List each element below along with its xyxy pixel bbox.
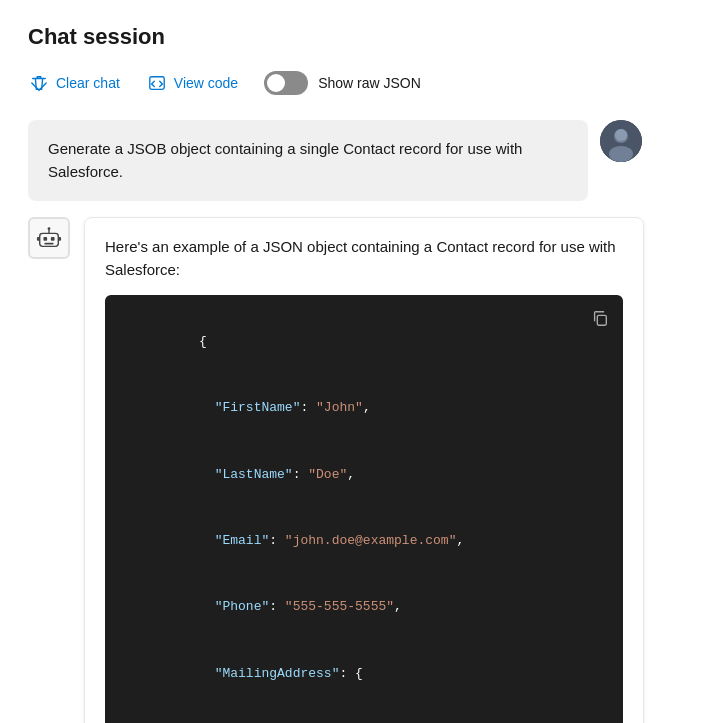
bot-intro-text: Here's an example of a JSON object conta… [105, 236, 623, 281]
svg-rect-7 [51, 237, 55, 241]
show-raw-json-toggle[interactable] [264, 71, 308, 95]
svg-point-3 [609, 146, 633, 162]
code-block: { "FirstName": "John", "LastName": "Doe"… [105, 295, 623, 723]
clear-chat-label: Clear chat [56, 75, 120, 91]
svg-rect-13 [597, 315, 606, 325]
user-avatar [600, 120, 642, 162]
show-raw-json-toggle-group: Show raw JSON [264, 71, 421, 95]
copy-icon [591, 309, 609, 327]
toggle-thumb [267, 74, 285, 92]
user-message: Generate a JSOB object containing a sing… [28, 120, 687, 201]
view-code-button[interactable]: View code [146, 70, 240, 96]
svg-rect-6 [43, 237, 47, 241]
code-line-1: { [121, 309, 607, 375]
svg-rect-12 [58, 237, 61, 241]
svg-point-4 [615, 129, 627, 141]
bot-message: Here's an example of a JSON object conta… [28, 217, 687, 723]
code-line-5: "Phone": "555-555-5555", [121, 574, 607, 640]
svg-rect-11 [37, 237, 40, 241]
code-line-3: "LastName": "Doe", [121, 442, 607, 508]
bot-bubble: Here's an example of a JSON object conta… [84, 217, 644, 723]
toolbar: Clear chat View code Show raw JSON [28, 70, 687, 96]
clear-chat-button[interactable]: Clear chat [28, 70, 122, 96]
code-line-7: "street": "123 Main St", [121, 707, 607, 723]
bot-avatar [28, 217, 70, 259]
view-code-icon [148, 74, 166, 92]
svg-point-9 [48, 227, 51, 230]
page-title: Chat session [28, 24, 687, 50]
copy-code-button[interactable] [587, 305, 613, 334]
show-raw-json-label: Show raw JSON [318, 75, 421, 91]
code-line-2: "FirstName": "John", [121, 375, 607, 441]
svg-rect-10 [44, 243, 53, 245]
bot-icon [36, 225, 62, 251]
code-line-6: "MailingAddress": { [121, 640, 607, 706]
clear-chat-icon [30, 74, 48, 92]
toggle-track [264, 71, 308, 95]
user-avatar-image [600, 120, 642, 162]
chat-area: Generate a JSOB object containing a sing… [28, 120, 687, 723]
code-line-4: "Email": "john.doe@example.com", [121, 508, 607, 574]
user-bubble: Generate a JSOB object containing a sing… [28, 120, 588, 201]
view-code-label: View code [174, 75, 238, 91]
